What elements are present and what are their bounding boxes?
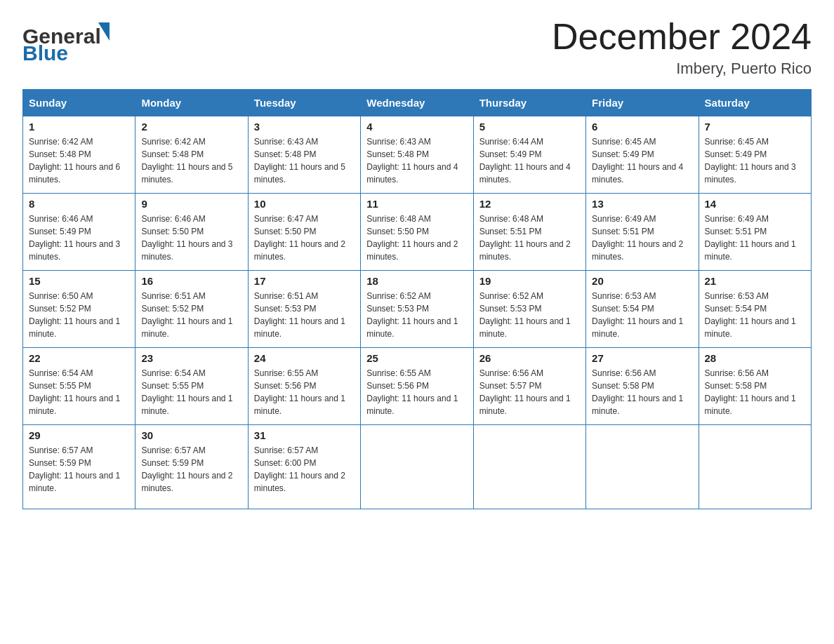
column-header-friday: Friday: [586, 90, 699, 116]
day-cell-15: 15Sunrise: 6:50 AMSunset: 5:52 PMDayligh…: [23, 271, 135, 348]
week-row-5: 29Sunrise: 6:57 AMSunset: 5:59 PMDayligh…: [23, 425, 812, 509]
day-number: 27: [592, 352, 692, 364]
column-header-thursday: Thursday: [473, 90, 585, 116]
day-cell-13: 13Sunrise: 6:49 AMSunset: 5:51 PMDayligh…: [586, 194, 699, 271]
day-cell-11: 11Sunrise: 6:48 AMSunset: 5:50 PMDayligh…: [361, 194, 473, 271]
day-cell-10: 10Sunrise: 6:47 AMSunset: 5:50 PMDayligh…: [248, 194, 360, 271]
day-info: Sunrise: 6:57 AMSunset: 5:59 PMDaylight:…: [141, 444, 241, 495]
day-number: 24: [254, 352, 355, 364]
empty-cell: [699, 425, 811, 509]
day-info: Sunrise: 6:56 AMSunset: 5:58 PMDaylight:…: [705, 367, 805, 417]
day-cell-16: 16Sunrise: 6:51 AMSunset: 5:52 PMDayligh…: [135, 271, 248, 348]
day-info: Sunrise: 6:52 AMSunset: 5:53 PMDaylight:…: [479, 290, 580, 340]
week-row-1: 1Sunrise: 6:42 AMSunset: 5:48 PMDaylight…: [23, 116, 812, 194]
day-info: Sunrise: 6:45 AMSunset: 5:49 PMDaylight:…: [705, 135, 805, 186]
day-cell-3: 3Sunrise: 6:43 AMSunset: 5:48 PMDaylight…: [248, 116, 360, 194]
day-number: 17: [254, 275, 355, 287]
day-cell-4: 4Sunrise: 6:43 AMSunset: 5:48 PMDaylight…: [361, 116, 473, 194]
day-cell-25: 25Sunrise: 6:55 AMSunset: 5:56 PMDayligh…: [361, 348, 473, 425]
day-number: 2: [141, 121, 241, 133]
day-cell-6: 6Sunrise: 6:45 AMSunset: 5:49 PMDaylight…: [586, 116, 699, 194]
day-number: 3: [254, 121, 355, 133]
day-info: Sunrise: 6:53 AMSunset: 5:54 PMDaylight:…: [705, 290, 805, 340]
logo-image: General Blue: [22, 17, 114, 66]
day-info: Sunrise: 6:43 AMSunset: 5:48 PMDaylight:…: [254, 135, 355, 186]
day-cell-24: 24Sunrise: 6:55 AMSunset: 5:56 PMDayligh…: [248, 348, 360, 425]
day-cell-7: 7Sunrise: 6:45 AMSunset: 5:49 PMDaylight…: [699, 116, 811, 194]
day-number: 28: [705, 352, 805, 364]
day-info: Sunrise: 6:57 AMSunset: 5:59 PMDaylight:…: [29, 444, 129, 495]
day-cell-1: 1Sunrise: 6:42 AMSunset: 5:48 PMDaylight…: [23, 116, 135, 194]
day-number: 25: [366, 352, 467, 364]
week-row-2: 8Sunrise: 6:46 AMSunset: 5:49 PMDaylight…: [23, 194, 812, 271]
day-cell-31: 31Sunrise: 6:57 AMSunset: 6:00 PMDayligh…: [248, 425, 360, 509]
day-info: Sunrise: 6:46 AMSunset: 5:50 PMDaylight:…: [141, 213, 241, 263]
day-number: 1: [29, 121, 129, 133]
column-header-tuesday: Tuesday: [248, 90, 360, 116]
day-number: 16: [141, 275, 241, 287]
day-number: 30: [141, 429, 241, 441]
column-header-sunday: Sunday: [23, 90, 135, 116]
day-info: Sunrise: 6:56 AMSunset: 5:57 PMDaylight:…: [479, 367, 580, 417]
day-info: Sunrise: 6:53 AMSunset: 5:54 PMDaylight:…: [592, 290, 692, 340]
day-number: 15: [29, 275, 129, 287]
day-cell-17: 17Sunrise: 6:51 AMSunset: 5:53 PMDayligh…: [248, 271, 360, 348]
day-cell-2: 2Sunrise: 6:42 AMSunset: 5:48 PMDaylight…: [135, 116, 248, 194]
logo: General Blue: [22, 17, 114, 66]
day-cell-23: 23Sunrise: 6:54 AMSunset: 5:55 PMDayligh…: [135, 348, 248, 425]
day-info: Sunrise: 6:55 AMSunset: 5:56 PMDaylight:…: [254, 367, 355, 417]
day-info: Sunrise: 6:47 AMSunset: 5:50 PMDaylight:…: [254, 213, 355, 263]
day-info: Sunrise: 6:44 AMSunset: 5:49 PMDaylight:…: [479, 135, 580, 186]
day-info: Sunrise: 6:51 AMSunset: 5:52 PMDaylight:…: [141, 290, 241, 340]
day-number: 13: [592, 198, 692, 210]
day-info: Sunrise: 6:43 AMSunset: 5:48 PMDaylight:…: [366, 135, 467, 186]
day-number: 21: [705, 275, 805, 287]
calendar-table: SundayMondayTuesdayWednesdayThursdayFrid…: [22, 89, 812, 509]
day-cell-28: 28Sunrise: 6:56 AMSunset: 5:58 PMDayligh…: [699, 348, 811, 425]
day-number: 31: [254, 429, 355, 441]
day-cell-18: 18Sunrise: 6:52 AMSunset: 5:53 PMDayligh…: [361, 271, 473, 348]
day-cell-22: 22Sunrise: 6:54 AMSunset: 5:55 PMDayligh…: [23, 348, 135, 425]
day-info: Sunrise: 6:54 AMSunset: 5:55 PMDaylight:…: [29, 367, 129, 417]
day-info: Sunrise: 6:45 AMSunset: 5:49 PMDaylight:…: [592, 135, 692, 186]
day-info: Sunrise: 6:42 AMSunset: 5:48 PMDaylight:…: [29, 135, 129, 186]
svg-text:Blue: Blue: [22, 41, 68, 65]
day-number: 26: [479, 352, 580, 364]
day-number: 22: [29, 352, 129, 364]
day-cell-29: 29Sunrise: 6:57 AMSunset: 5:59 PMDayligh…: [23, 425, 135, 509]
day-info: Sunrise: 6:49 AMSunset: 5:51 PMDaylight:…: [705, 213, 805, 263]
column-header-saturday: Saturday: [699, 90, 811, 116]
empty-cell: [361, 425, 473, 509]
day-number: 29: [29, 429, 129, 441]
day-cell-5: 5Sunrise: 6:44 AMSunset: 5:49 PMDaylight…: [473, 116, 585, 194]
day-number: 11: [366, 198, 467, 210]
day-info: Sunrise: 6:49 AMSunset: 5:51 PMDaylight:…: [592, 213, 692, 263]
day-cell-26: 26Sunrise: 6:56 AMSunset: 5:57 PMDayligh…: [473, 348, 585, 425]
day-cell-8: 8Sunrise: 6:46 AMSunset: 5:49 PMDaylight…: [23, 194, 135, 271]
month-title: December 2024: [552, 17, 812, 57]
day-number: 14: [705, 198, 805, 210]
calendar-header-row: SundayMondayTuesdayWednesdayThursdayFrid…: [23, 90, 812, 116]
day-number: 7: [705, 121, 805, 133]
empty-cell: [586, 425, 699, 509]
day-info: Sunrise: 6:57 AMSunset: 6:00 PMDaylight:…: [254, 444, 355, 495]
day-info: Sunrise: 6:50 AMSunset: 5:52 PMDaylight:…: [29, 290, 129, 340]
week-row-3: 15Sunrise: 6:50 AMSunset: 5:52 PMDayligh…: [23, 271, 812, 348]
day-number: 23: [141, 352, 241, 364]
column-header-wednesday: Wednesday: [361, 90, 473, 116]
day-info: Sunrise: 6:56 AMSunset: 5:58 PMDaylight:…: [592, 367, 692, 417]
day-cell-30: 30Sunrise: 6:57 AMSunset: 5:59 PMDayligh…: [135, 425, 248, 509]
title-block: December 2024 Imbery, Puerto Rico: [552, 17, 812, 78]
day-number: 5: [479, 121, 580, 133]
page-header: General Blue December 2024 Imbery, Puert…: [22, 17, 812, 78]
column-header-monday: Monday: [135, 90, 248, 116]
day-info: Sunrise: 6:55 AMSunset: 5:56 PMDaylight:…: [366, 367, 467, 417]
day-number: 4: [366, 121, 467, 133]
week-row-4: 22Sunrise: 6:54 AMSunset: 5:55 PMDayligh…: [23, 348, 812, 425]
day-cell-19: 19Sunrise: 6:52 AMSunset: 5:53 PMDayligh…: [473, 271, 585, 348]
day-info: Sunrise: 6:48 AMSunset: 5:50 PMDaylight:…: [366, 213, 467, 263]
location-title: Imbery, Puerto Rico: [552, 60, 812, 78]
day-number: 18: [366, 275, 467, 287]
day-cell-27: 27Sunrise: 6:56 AMSunset: 5:58 PMDayligh…: [586, 348, 699, 425]
day-info: Sunrise: 6:51 AMSunset: 5:53 PMDaylight:…: [254, 290, 355, 340]
